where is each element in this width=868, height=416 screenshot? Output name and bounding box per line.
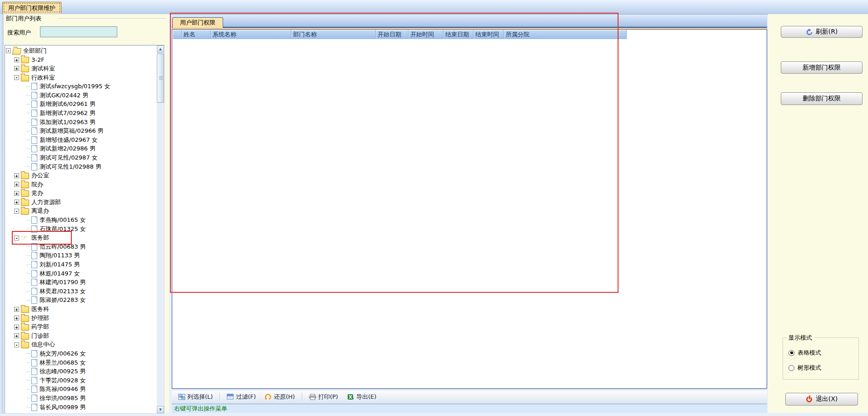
tree-item-user[interactable]: 杨文芳/00626 女 <box>5 349 156 358</box>
collapse-toggle-icon[interactable]: - <box>14 209 19 214</box>
toolbar-separator <box>219 393 220 401</box>
tree-item-user[interactable]: 翁长风/00989 男 <box>5 403 156 412</box>
expand-toggle-icon[interactable]: + <box>14 316 19 321</box>
tree-item-user[interactable]: 李燕梅/00165 女 <box>5 216 156 225</box>
scrollbar-thumb[interactable] <box>157 54 164 103</box>
tree-item-user[interactable]: 陈兆禄/00946 男 <box>5 385 156 394</box>
tree-connector <box>26 265 30 265</box>
toolbar-button-label: 导出(E) <box>356 393 376 401</box>
expand-toggle-icon[interactable]: + <box>14 66 19 71</box>
tree-item-user[interactable]: 新增邬佳盛/02967 女 <box>5 135 156 145</box>
tree-item-user[interactable]: 林建鸿/01790 男 <box>5 278 156 287</box>
collapse-toggle-icon[interactable]: - <box>14 75 19 80</box>
tree-connector <box>26 398 30 398</box>
radio-selected-icon[interactable] <box>788 350 794 356</box>
tree-item-user[interactable]: 卞季芸/00928 女 <box>5 376 156 385</box>
tree-item-user[interactable]: 新增测试6/02961 男 <box>5 100 156 109</box>
tree-item-department[interactable]: +药学部 <box>5 322 156 331</box>
tree-item-label: 陈兆禄/00946 男 <box>40 385 86 393</box>
display-mode-option[interactable]: 树形模式 <box>788 364 821 372</box>
radio-label: 表格模式 <box>798 349 821 357</box>
tab-user-department-permission[interactable]: 用户部门权限 <box>172 17 223 28</box>
user-doc-icon <box>31 359 37 366</box>
tree-item-department[interactable]: +护理部 <box>5 314 156 323</box>
column-header[interactable]: 部门名称 <box>291 30 376 39</box>
user-doc-icon <box>31 350 37 357</box>
tree-item-user[interactable]: 林景兰/00685 女 <box>5 358 156 367</box>
tree-item-department[interactable]: -☞医务部 <box>5 233 156 242</box>
scroll-up-icon[interactable]: ▲ <box>157 45 164 53</box>
display-mode-option[interactable]: 表格模式 <box>788 349 821 357</box>
expand-toggle-icon[interactable]: + <box>14 173 19 178</box>
tree-item-user[interactable]: 徐志峰/00925 男 <box>5 367 156 376</box>
column-header[interactable]: 系统名称 <box>211 30 291 39</box>
tree-item-user[interactable]: 徐华洪/00985 男 <box>5 394 156 403</box>
expand-toggle-icon[interactable]: + <box>14 200 19 205</box>
tree-item-user[interactable]: 添加测试1/02963 男 <box>5 118 156 127</box>
tree-item-department[interactable]: +门诊部 <box>5 331 156 341</box>
tree-item-user[interactable]: 范云晖/00683 男 <box>5 242 156 251</box>
tree-item-user[interactable]: 刘新/01475 男 <box>5 260 156 269</box>
expand-toggle-icon[interactable]: + <box>14 333 19 338</box>
tree-item-label: 林建鸿/01790 男 <box>40 278 86 286</box>
tree-connector <box>26 131 30 131</box>
tree-item-department[interactable]: +3-2F <box>5 55 156 65</box>
delete-department-permission-button[interactable]: 删除部门权限 <box>781 92 863 105</box>
tree-item-user[interactable]: 测试可见性1/02988 男 <box>5 162 156 171</box>
exit-button[interactable]: 退出(X) <box>785 393 858 406</box>
tree-scrollbar[interactable]: ▲ ▼ <box>157 45 164 413</box>
toolbar-button-print[interactable]: 打印(P) <box>304 392 343 402</box>
tree-item-user[interactable]: 陈淑娇/02283 女 <box>5 296 156 305</box>
collapse-toggle-icon[interactable]: - <box>14 236 19 241</box>
tree-item-user[interactable]: 测试sfwzcysgb/01995 女 <box>5 82 156 91</box>
toolbar-button-columns[interactable]: 列选择(L) <box>174 392 217 402</box>
add-department-permission-button[interactable]: 新增部门权限 <box>781 61 863 74</box>
row-indicator-header[interactable] <box>173 30 182 39</box>
tree-item-user[interactable]: 林奕君/02133 女 <box>5 287 156 296</box>
tree-item-user[interactable]: 新增测试7/02962 男 <box>5 109 156 118</box>
tree-item-department[interactable]: +人力资源部 <box>5 198 156 207</box>
toolbar-button-undo[interactable]: 还原(H) <box>260 392 299 402</box>
actions-panel: 刷新(R) 新增部门权限 删除部门权限 显示模式 表格模式树形模式 退出(X) <box>768 14 868 413</box>
tree-item-department[interactable]: -全部部门 <box>5 46 156 55</box>
tree-item-department[interactable]: -信息中心 <box>5 341 156 350</box>
expand-toggle-icon[interactable]: + <box>14 182 19 187</box>
tree-item-user[interactable]: 石珠苗/01325 女 <box>5 225 156 234</box>
window-tab[interactable]: 用户部门权限维护 <box>2 2 61 14</box>
tree-item-department[interactable]: +党办 <box>5 189 156 198</box>
column-header[interactable]: 开始日期 <box>376 30 409 39</box>
refresh-icon <box>806 29 813 35</box>
toolbar-button-label: 还原(H) <box>274 393 295 401</box>
tree-item-user[interactable]: 陶翔/01133 男 <box>5 251 156 261</box>
collapse-toggle-icon[interactable]: - <box>6 48 11 53</box>
tree-item-department[interactable]: +医务科 <box>5 305 156 314</box>
tree-item-department[interactable]: -行政科室 <box>5 73 156 82</box>
expand-toggle-icon[interactable]: + <box>14 325 19 330</box>
tree-item-user[interactable]: 测试GK/02442 男 <box>5 91 156 100</box>
expand-toggle-icon[interactable]: + <box>14 307 19 312</box>
tree-item-user[interactable]: 林遐/01497 女 <box>5 269 156 278</box>
tree-item-user[interactable]: 测试可见性/02987 女 <box>5 153 156 162</box>
toolbar-button-excel[interactable]: X导出(E) <box>343 392 381 402</box>
tree-item-department[interactable]: +办公室 <box>5 171 156 180</box>
tree-item-department[interactable]: +院办 <box>5 180 156 189</box>
expand-toggle-icon[interactable]: + <box>14 57 19 62</box>
search-user-input[interactable] <box>40 26 117 37</box>
scroll-down-icon[interactable]: ▼ <box>157 406 164 413</box>
column-header[interactable]: 结束时间 <box>474 30 504 39</box>
tree-item-user[interactable]: 测试新增莫福/02966 男 <box>5 126 156 135</box>
tree-item-label: 门诊部 <box>31 332 49 340</box>
refresh-button[interactable]: 刷新(R) <box>781 26 863 38</box>
column-header[interactable]: 所属分院 <box>504 30 627 39</box>
expand-toggle-icon[interactable]: + <box>14 191 19 196</box>
column-header[interactable]: 姓名 <box>182 30 211 39</box>
tree-item-label: 行政科室 <box>31 74 55 82</box>
tree-item-user[interactable]: 测试新增2/02986 男 <box>5 145 156 154</box>
collapse-toggle-icon[interactable]: - <box>14 342 19 347</box>
tree-item-department[interactable]: +测试科室 <box>5 64 156 73</box>
tree-item-department[interactable]: -离退办 <box>5 207 156 216</box>
radio-icon[interactable] <box>788 365 794 371</box>
toolbar-button-filter[interactable]: 过滤(F) <box>222 392 260 402</box>
column-header[interactable]: 结束日期 <box>444 30 474 39</box>
column-header[interactable]: 开始时间 <box>409 30 444 39</box>
